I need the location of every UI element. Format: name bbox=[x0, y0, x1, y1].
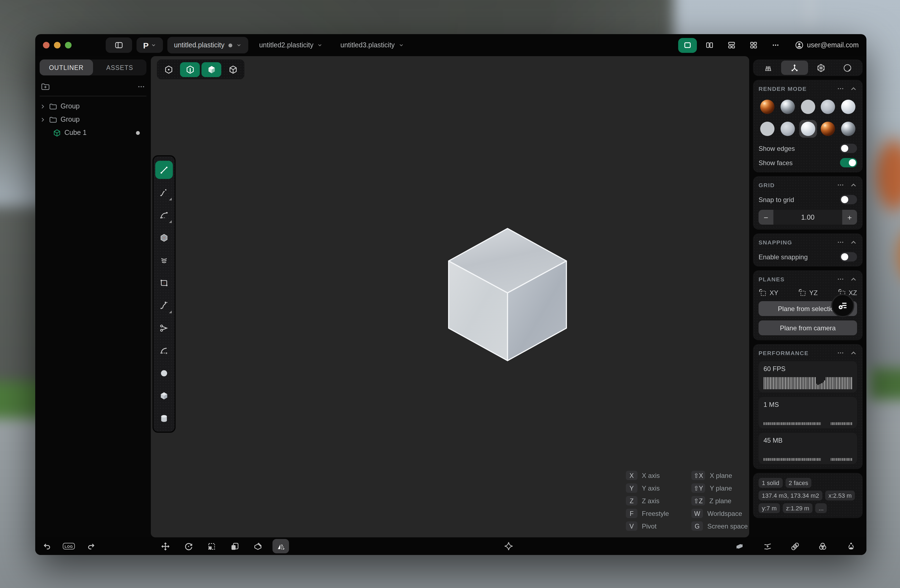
grid-size-decrease-button[interactable]: − bbox=[759, 210, 773, 225]
circle-tool-button[interactable] bbox=[154, 362, 174, 384]
arc-tool-icon bbox=[159, 210, 169, 220]
matcap-pearl-8[interactable] bbox=[799, 120, 816, 138]
collapse-chevron-icon[interactable] bbox=[850, 239, 857, 246]
scale-button[interactable] bbox=[203, 537, 220, 555]
tree-row-cube-1[interactable]: Cube 1 bbox=[40, 126, 146, 139]
layout-more-button[interactable] bbox=[766, 38, 785, 53]
line-tool-button[interactable] bbox=[154, 158, 174, 181]
minimize-window-button[interactable] bbox=[54, 42, 61, 48]
section-tools-button[interactable] bbox=[759, 537, 776, 555]
move-button[interactable] bbox=[156, 537, 174, 555]
undo-button[interactable] bbox=[38, 537, 56, 555]
matcap-flat-6[interactable] bbox=[759, 120, 776, 138]
surface-tools-button[interactable] bbox=[731, 537, 748, 555]
select-face-mode-button[interactable] bbox=[202, 62, 221, 77]
file-tab-1[interactable]: untitled.plasticity bbox=[168, 37, 248, 53]
collapse-chevron-icon[interactable] bbox=[850, 182, 857, 189]
command-palette-fab[interactable] bbox=[831, 294, 854, 317]
layout-two-columns-icon bbox=[705, 41, 714, 50]
visibility-dot[interactable] bbox=[136, 131, 140, 135]
tab-object-settings[interactable] bbox=[808, 61, 835, 75]
arc-tool-button[interactable] bbox=[154, 204, 174, 226]
circle-tool-icon bbox=[159, 368, 169, 378]
section-menu-icon[interactable] bbox=[837, 238, 844, 246]
snap-to-grid-toggle[interactable] bbox=[840, 195, 857, 204]
tree-row-group-1[interactable]: Group bbox=[40, 100, 146, 113]
new-group-button[interactable] bbox=[41, 82, 50, 91]
grid-size-value[interactable]: 1.00 bbox=[773, 213, 842, 221]
outliner-menu-button[interactable] bbox=[137, 82, 145, 91]
box-tool-button[interactable] bbox=[154, 384, 174, 407]
zoom-window-button[interactable] bbox=[65, 42, 71, 48]
sketch-on-face-button[interactable] bbox=[249, 537, 267, 555]
duplicate-button[interactable] bbox=[226, 537, 243, 555]
tree-row-label: Group bbox=[61, 116, 80, 123]
tree-row-label: Cube 1 bbox=[64, 129, 87, 137]
boolean-tools-button[interactable] bbox=[813, 537, 831, 555]
matcap-grid bbox=[759, 98, 857, 138]
tab-assets[interactable]: ASSETS bbox=[93, 59, 146, 75]
section-menu-icon[interactable] bbox=[837, 85, 844, 93]
spring-tools-button[interactable] bbox=[786, 537, 804, 555]
matcap-pearl-5[interactable] bbox=[839, 98, 857, 116]
viewport-3d[interactable]: X X axis ⇧XX plane Y Y axis ⇧YY plane Z … bbox=[151, 56, 749, 537]
close-window-button[interactable] bbox=[43, 42, 50, 48]
section-menu-icon[interactable] bbox=[837, 181, 844, 189]
plane-xy-button[interactable]: XY bbox=[759, 289, 778, 297]
tab-material-settings[interactable] bbox=[835, 61, 861, 75]
matcap-copper-9[interactable] bbox=[819, 120, 837, 138]
log-button[interactable]: LOG bbox=[60, 537, 78, 555]
matcap-shade-4[interactable] bbox=[819, 98, 837, 116]
layout-single-button[interactable] bbox=[678, 38, 697, 53]
matcap-copper-1[interactable] bbox=[759, 98, 776, 116]
spline-tool-button[interactable] bbox=[154, 294, 174, 316]
matcap-shade-7[interactable] bbox=[779, 120, 796, 138]
toggle-sidebar-button[interactable] bbox=[106, 37, 132, 53]
layout-quad-button[interactable] bbox=[744, 38, 763, 53]
show-faces-toggle[interactable] bbox=[840, 158, 857, 168]
frame-time-meter: 1 MS bbox=[759, 397, 857, 428]
tab-grid-settings[interactable] bbox=[755, 61, 781, 75]
collapse-chevron-icon[interactable] bbox=[850, 349, 857, 357]
mirror-button[interactable] bbox=[272, 537, 290, 555]
tab-viewport-settings[interactable] bbox=[781, 61, 808, 75]
shortcut-label: Y plane bbox=[710, 484, 732, 492]
fillet-tool-button[interactable] bbox=[154, 339, 174, 362]
enable-snapping-toggle[interactable] bbox=[840, 252, 857, 262]
polygon-tool-button[interactable] bbox=[154, 226, 174, 249]
layout-two-columns-button[interactable] bbox=[700, 38, 719, 53]
tab-outliner[interactable]: OUTLINER bbox=[40, 59, 93, 75]
matcap-chrome-10[interactable] bbox=[839, 120, 857, 138]
grid-size-increase-button[interactable]: + bbox=[842, 210, 857, 225]
account-button[interactable]: user@email.com bbox=[795, 41, 859, 50]
file-tab-3[interactable]: untitled3.plasticity bbox=[334, 37, 411, 53]
ai-assist-button[interactable] bbox=[500, 537, 517, 555]
select-point-mode-button[interactable] bbox=[158, 62, 178, 77]
trim-tool-button[interactable] bbox=[154, 316, 174, 339]
section-menu-icon[interactable] bbox=[837, 349, 844, 357]
select-edge-mode-button[interactable] bbox=[180, 62, 200, 77]
shortcut-label: X plane bbox=[710, 472, 732, 479]
cylinder-tool-button[interactable] bbox=[154, 407, 174, 430]
plane-yz-button[interactable]: YZ bbox=[798, 289, 818, 297]
spiral-tool-button[interactable] bbox=[154, 249, 174, 272]
matcap-chrome-2[interactable] bbox=[779, 98, 796, 116]
select-solid-mode-button[interactable] bbox=[223, 62, 243, 77]
show-edges-toggle[interactable] bbox=[840, 144, 857, 153]
lighting-button[interactable] bbox=[842, 537, 859, 555]
rectangle-tool-button[interactable] bbox=[154, 272, 174, 294]
rotate-button[interactable] bbox=[180, 537, 197, 555]
matcap-flat-3[interactable] bbox=[799, 98, 816, 116]
file-tab-2[interactable]: untitled2.plasticity bbox=[252, 37, 329, 53]
curve-tool-button[interactable] bbox=[154, 181, 174, 204]
tree-row-group-2[interactable]: Group bbox=[40, 113, 146, 126]
selection-stats-section: 1 solid 2 faces 137.4 m3, 173.34 m2 x:2.… bbox=[753, 473, 863, 518]
redo-button[interactable] bbox=[82, 537, 99, 555]
collapse-chevron-icon[interactable] bbox=[850, 85, 857, 92]
plane-from-camera-button[interactable]: Plane from camera bbox=[759, 320, 857, 335]
layout-one-top-two-bottom-button[interactable] bbox=[722, 38, 741, 53]
collapse-chevron-icon[interactable] bbox=[850, 276, 857, 283]
cube-model[interactable] bbox=[447, 227, 568, 362]
app-menu-button[interactable]: P bbox=[137, 37, 163, 53]
section-menu-icon[interactable] bbox=[837, 275, 844, 283]
